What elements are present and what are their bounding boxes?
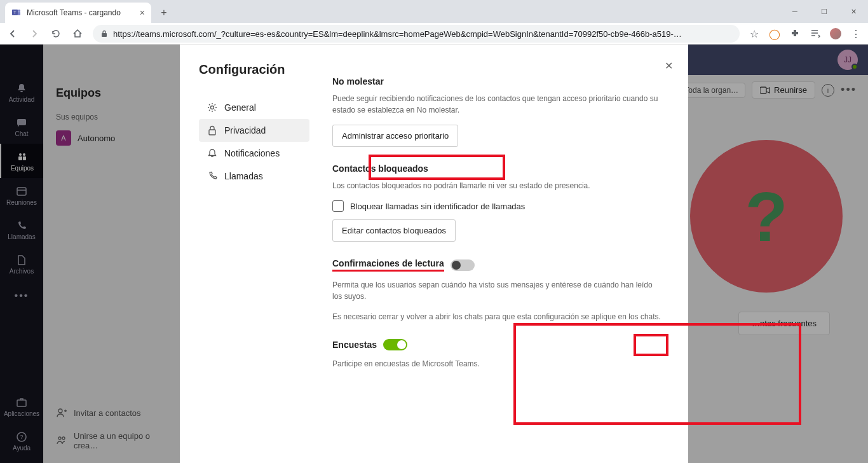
blocked-heading: Contactos bloqueados (332, 163, 663, 174)
modal-nav: Configuración General Privacidad Notific… (180, 45, 320, 463)
teams-favicon: T (11, 8, 22, 18)
minimize-button[interactable]: ─ (780, 0, 810, 23)
new-tab-button[interactable]: + (155, 4, 173, 22)
extensions-icon[interactable] (789, 28, 801, 39)
svg-point-19 (211, 106, 214, 109)
extension-icon-1[interactable]: ◯ (769, 28, 780, 39)
star-icon[interactable]: ☆ (749, 28, 760, 39)
surveys-toggle[interactable] (383, 339, 407, 350)
profile-avatar[interactable] (830, 28, 841, 39)
address-bar: https://teams.microsoft.com/_?culture=es… (0, 23, 868, 45)
gear-icon (207, 102, 218, 113)
svg-rect-3 (18, 12, 20, 15)
dnd-heading: No molestar (332, 76, 663, 86)
modal-close-button[interactable]: ✕ (665, 60, 673, 72)
modal-title: Configuración (199, 62, 320, 77)
nav-notifications[interactable]: Notificaciones (199, 142, 309, 165)
nav-general[interactable]: General (199, 96, 309, 119)
read-receipts-section: Confirmaciones de lectura Permita que lo… (332, 258, 663, 322)
tab-bar: T Microsoft Teams - cargando × + ─ ☐ ✕ (0, 0, 868, 23)
browser-tab[interactable]: T Microsoft Teams - cargando × (5, 3, 151, 23)
back-button[interactable] (6, 27, 19, 40)
read-desc-1: Permita que los usuarios sepan cuándo ha… (332, 279, 663, 302)
lock-icon (207, 125, 218, 135)
dnd-description: Puede seguir recibiendo notificaciones d… (332, 93, 663, 116)
checkbox[interactable] (332, 200, 344, 212)
manage-priority-button[interactable]: Administrar acceso prioritario (332, 125, 458, 147)
window-controls: ─ ☐ ✕ (780, 0, 868, 23)
maximize-button[interactable]: ☐ (810, 0, 839, 23)
url-text: https://teams.microsoft.com/_?culture=es… (113, 29, 682, 39)
blocked-description: Los contactos bloqueados no podrán llama… (332, 180, 663, 191)
read-receipts-toggle[interactable] (451, 259, 475, 271)
home-button[interactable] (71, 27, 84, 40)
nav-privacy[interactable]: Privacidad (199, 119, 309, 142)
reload-button[interactable] (50, 27, 62, 40)
svg-rect-20 (209, 130, 215, 135)
surveys-desc: Participe en encuestas de Microsoft Team… (332, 358, 663, 370)
read-desc-2: Es necesario cerrar y volver a abrir los… (332, 311, 663, 322)
bell-outline-icon (207, 148, 218, 158)
lock-icon (100, 30, 108, 38)
tab-close-icon[interactable]: × (140, 8, 145, 18)
settings-modal: ✕ Configuración General Privacidad Notif… (180, 45, 688, 463)
svg-rect-4 (102, 33, 107, 37)
svg-point-2 (18, 10, 20, 12)
forward-button[interactable] (28, 27, 41, 40)
block-nocid-row[interactable]: Bloquear llamadas sin identificador de l… (332, 200, 663, 212)
browser-chrome: T Microsoft Teams - cargando × + ─ ☐ ✕ (0, 0, 868, 45)
surveys-section: Encuestas Participe en encuestas de Micr… (332, 339, 663, 370)
edit-blocked-button[interactable]: Editar contactos bloqueados (332, 219, 456, 242)
dnd-section: No molestar Puede seguir recibiendo noti… (332, 76, 663, 147)
tab-title: Microsoft Teams - cargando (27, 8, 121, 17)
reading-list-icon[interactable] (810, 28, 821, 39)
phone-outline-icon (207, 171, 218, 181)
menu-icon[interactable]: ⋮ (850, 28, 862, 39)
close-window-button[interactable]: ✕ (839, 0, 868, 23)
nav-calls[interactable]: Llamadas (199, 165, 309, 188)
surveys-heading: Encuestas (332, 340, 377, 350)
read-heading: Confirmaciones de lectura (332, 258, 444, 272)
modal-content: No molestar Puede seguir recibiendo noti… (320, 45, 688, 463)
address-bar-icons: ☆ ◯ ⋮ (749, 28, 862, 39)
svg-text:T: T (13, 10, 17, 15)
blocked-section: Contactos bloqueados Los contactos bloqu… (332, 163, 663, 242)
url-input[interactable]: https://teams.microsoft.com/_?culture=es… (93, 25, 740, 43)
